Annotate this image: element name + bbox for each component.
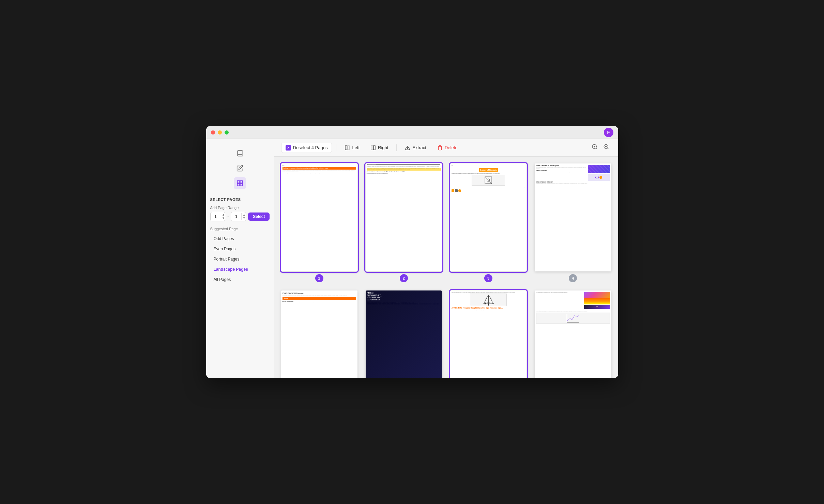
- delete-label: Delete: [445, 145, 458, 150]
- svg-rect-0: [238, 181, 240, 183]
- sidebar-edit-icon[interactable]: [234, 162, 246, 174]
- sidebar-pages-icon[interactable]: [234, 177, 246, 189]
- left-button[interactable]: Left: [340, 143, 364, 153]
- page-7-content: These studies laid the foundation for th…: [450, 290, 527, 378]
- page-1-content: ■ ■ ■ Building environment Information m…: [281, 163, 357, 271]
- svg-text:B: B: [488, 304, 489, 306]
- range-from-down-arrow[interactable]: ▼: [221, 217, 226, 220]
- page-item-8[interactable]: This experiment can be repeated over and…: [535, 290, 611, 378]
- page-thumb-1[interactable]: ■ ■ ■ Building environment Information m…: [281, 163, 357, 271]
- range-from-input[interactable]: [211, 214, 221, 219]
- right-icon: [370, 145, 376, 151]
- page-thumb-5[interactable]: Points also have dominant and recessive …: [281, 290, 357, 378]
- toolbar-divider-2: [396, 144, 397, 151]
- sidebar-book-icon[interactable]: [234, 147, 246, 159]
- page-6-content: PRISMDECOMPOSITION SUNLIGHTEXPERIMENT Th…: [366, 290, 442, 378]
- delete-icon: [437, 145, 443, 151]
- title-bar: F: [206, 126, 618, 139]
- range-controls: ▲ ▼ - ▲ ▼ Select: [210, 212, 270, 221]
- left-label: Left: [352, 145, 360, 150]
- page-thumb-4[interactable]: Basic Elements of Plane Space Any art co…: [535, 163, 611, 271]
- right-button[interactable]: Right: [366, 143, 392, 153]
- page-thumb-6[interactable]: PRISMDECOMPOSITION SUNLIGHTEXPERIMENT Th…: [366, 290, 442, 378]
- delete-button[interactable]: Delete: [433, 143, 462, 153]
- page-badge-3: 3: [484, 274, 492, 282]
- svg-rect-4: [345, 146, 347, 150]
- panel-title: SELECT PAGES: [210, 198, 270, 202]
- zoom-in-button[interactable]: [590, 143, 600, 152]
- suggested-even-pages[interactable]: Even Pages: [210, 244, 270, 254]
- svg-rect-3: [240, 184, 243, 186]
- page-item-3[interactable]: ■ ■ Geometric Philosophy The specific po…: [450, 163, 527, 282]
- svg-rect-7: [373, 146, 375, 150]
- page-badge-1: 1: [315, 274, 323, 282]
- right-panel: ✕ Deselect 4 Pages Left: [274, 139, 618, 378]
- toolbar-left: ✕ Deselect 4 Pages Left: [281, 143, 462, 153]
- zoom-out-button[interactable]: [601, 143, 611, 152]
- page-item-4[interactable]: Basic Elements of Plane Space Any art co…: [535, 163, 611, 282]
- suggested-odd-pages[interactable]: Odd Pages: [210, 234, 270, 244]
- page-2-content: ■ ■ architectural infrastructure The pra…: [366, 163, 442, 271]
- left-icon: [345, 145, 350, 151]
- zoom-in-icon: [592, 144, 598, 150]
- page-item-6[interactable]: PRISMDECOMPOSITION SUNLIGHTEXPERIMENT Th…: [366, 290, 442, 378]
- add-range-label: Add Page Range: [210, 206, 270, 210]
- suggested-page-title: Suggested Page: [210, 227, 270, 231]
- minimize-button[interactable]: [218, 130, 222, 135]
- svg-rect-1: [240, 181, 243, 183]
- page-thumb-3[interactable]: ■ ■ Geometric Philosophy The specific po…: [450, 163, 527, 271]
- page-badge-2: 2: [400, 274, 408, 282]
- fullscreen-button[interactable]: [225, 130, 229, 135]
- range-to-down-arrow[interactable]: ▼: [242, 217, 246, 220]
- svg-rect-6: [371, 146, 373, 150]
- suggested-portrait-pages[interactable]: Portrait Pages: [210, 254, 270, 264]
- range-from-input-wrap: ▲ ▼: [210, 212, 226, 221]
- suggested-all-pages[interactable]: All Pages: [210, 274, 270, 285]
- deselect-button[interactable]: ✕ Deselect 4 Pages: [281, 143, 332, 153]
- page-item-7[interactable]: These studies laid the foundation for th…: [450, 290, 527, 378]
- pages-grid-container[interactable]: ■ ■ ■ Building environment Information m…: [274, 157, 618, 378]
- sidebar-icons: [210, 144, 270, 192]
- user-avatar[interactable]: F: [604, 128, 613, 137]
- zoom-out-icon: [603, 144, 609, 150]
- suggested-landscape-pages[interactable]: Landscape Pages: [210, 264, 270, 274]
- range-to-arrows: ▲ ▼: [241, 213, 246, 220]
- toolbar: ✕ Deselect 4 Pages Left: [274, 139, 618, 157]
- toolbar-divider-1: [336, 144, 336, 151]
- right-label: Right: [378, 145, 388, 150]
- add-page-range-section: Add Page Range ▲ ▼ -: [210, 206, 270, 221]
- deselect-label: Deselect 4 Pages: [293, 145, 328, 150]
- extract-label: Extract: [412, 145, 426, 150]
- page-badge-4: 4: [569, 274, 577, 282]
- svg-line-10: [596, 148, 597, 149]
- svg-text:A: A: [488, 296, 489, 298]
- page-8-content: This experiment can be repeated over and…: [535, 290, 611, 378]
- page-item-1[interactable]: ■ ■ ■ Building environment Information m…: [281, 163, 357, 282]
- zoom-controls: [590, 143, 611, 152]
- page-item-5[interactable]: Points also have dominant and recessive …: [281, 290, 357, 378]
- svg-line-14: [607, 148, 608, 149]
- page-4-content: Basic Elements of Plane Space Any art co…: [535, 163, 611, 271]
- app-window: F: [206, 126, 618, 378]
- close-button[interactable]: [211, 130, 215, 135]
- range-dash: -: [227, 214, 229, 219]
- svg-rect-2: [238, 184, 240, 186]
- range-to-input[interactable]: [231, 214, 241, 219]
- deselect-x-icon: ✕: [286, 145, 291, 151]
- pages-grid: ■ ■ ■ Building environment Information m…: [281, 163, 611, 378]
- page-5-content: Points also have dominant and recessive …: [281, 290, 357, 378]
- svg-rect-5: [348, 146, 349, 150]
- page-3-content: ■ ■ Geometric Philosophy The specific po…: [450, 163, 527, 271]
- range-from-up-arrow[interactable]: ▲: [221, 213, 226, 217]
- extract-icon: [405, 145, 410, 151]
- page-item-2[interactable]: ■ ■ architectural infrastructure The pra…: [366, 163, 442, 282]
- range-to-up-arrow[interactable]: ▲: [242, 213, 246, 217]
- svg-text:S: S: [492, 303, 493, 304]
- page-thumb-2[interactable]: ■ ■ architectural infrastructure The pra…: [366, 163, 442, 271]
- select-range-button[interactable]: Select: [248, 212, 270, 221]
- page-thumb-7[interactable]: These studies laid the foundation for th…: [450, 290, 527, 378]
- extract-button[interactable]: Extract: [401, 143, 430, 153]
- select-pages-panel: SELECT PAGES Add Page Range ▲ ▼ -: [210, 198, 270, 373]
- page-thumb-8[interactable]: This experiment can be repeated over and…: [535, 290, 611, 378]
- main-content: SELECT PAGES Add Page Range ▲ ▼ -: [206, 139, 618, 378]
